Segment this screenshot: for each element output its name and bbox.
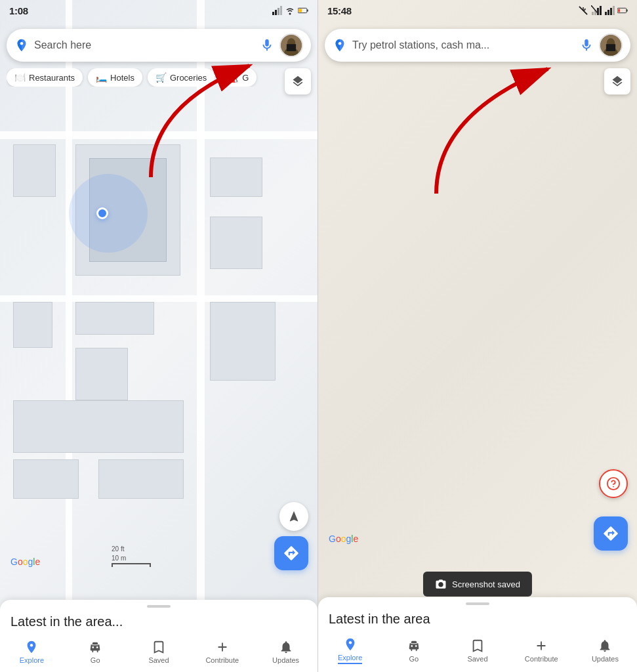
nav-updates-left[interactable]: Updates <box>254 640 318 664</box>
layer-button-left[interactable] <box>285 68 311 94</box>
screenshot-icon <box>435 578 447 590</box>
right-phone: 15:48 <box>318 0 637 672</box>
nav-explore-label-left: Explore <box>20 656 44 664</box>
directions-icon-left <box>283 545 300 562</box>
nav-go-right[interactable]: Go <box>382 639 445 663</box>
svg-rect-31 <box>606 44 615 51</box>
bottom-nav-right: Explore Go Saved Contribute <box>318 632 637 672</box>
cart-icon: 🛒 <box>155 72 167 83</box>
svg-rect-23 <box>613 6 615 15</box>
updates-icon-left <box>279 640 293 654</box>
svg-rect-17 <box>597 8 599 15</box>
pill-groceries[interactable]: 🛒 Groceries <box>148 68 215 87</box>
layers-icon-right <box>611 75 624 88</box>
svg-point-8 <box>20 42 24 45</box>
compass-icon-left <box>287 510 300 523</box>
google-logo-left: Google <box>10 556 40 567</box>
pill-restaurants-label: Restaurants <box>29 73 75 83</box>
toast-text: Screenshot saved <box>452 579 520 589</box>
avatar-left[interactable] <box>279 33 303 57</box>
svg-rect-22 <box>610 8 612 15</box>
bottom-nav-left: Explore Go Saved Contribute <box>0 635 318 672</box>
maps-pin-icon-left <box>14 38 29 52</box>
nav-contribute-label-right: Contribute <box>525 655 558 663</box>
google-logo-right: Google <box>329 534 358 544</box>
blue-nav-button-right[interactable] <box>594 516 628 551</box>
mic-icon-left[interactable] <box>260 38 274 52</box>
search-bar-left[interactable]: Search here <box>7 29 311 62</box>
nav-saved-label-right: Saved <box>467 655 487 663</box>
pill-hotels[interactable]: 🛏️ Hotels <box>88 68 142 87</box>
pill-restaurants[interactable]: 🍽️ Restaurants <box>7 68 83 87</box>
gas-icon: ⛽ <box>228 72 239 83</box>
nav-updates-right[interactable]: Updates <box>573 639 637 663</box>
scale-m: 10 m <box>112 555 126 562</box>
updates-icon-right <box>598 639 612 653</box>
contribute-icon-left <box>215 640 230 654</box>
explore-icon-right <box>343 637 358 652</box>
sheet-title-left: Latest in the area... <box>0 608 318 635</box>
bed-icon: 🛏️ <box>96 72 107 83</box>
battery-icon <box>298 5 308 16</box>
svg-rect-7 <box>298 9 302 12</box>
search-placeholder-right: Try petrol stations, cash ma... <box>352 39 574 51</box>
signal-icon <box>272 5 282 16</box>
left-phone: 1:08 <box>0 0 318 672</box>
bottom-sheet-left: Latest in the area... Explore Go Saved <box>0 600 318 672</box>
bottom-sheet-right: Latest in the area Explore Go Saved <box>318 597 637 672</box>
nav-contribute-left[interactable]: Contribute <box>190 640 254 664</box>
pill-groceries-label: Groceries <box>170 73 207 83</box>
nav-explore-right[interactable]: Explore <box>318 637 382 664</box>
status-bar-right: 15:48 <box>318 0 637 21</box>
scale-bar-left: 20 ft 10 m <box>112 545 151 567</box>
battery-icon-right <box>617 5 628 16</box>
question-icon-right <box>606 476 621 491</box>
time-right: 15:48 <box>327 5 352 16</box>
nav-explore-label-right: Explore <box>338 654 362 664</box>
no-signal-icon <box>591 5 602 16</box>
go-icon-right <box>407 639 421 653</box>
avatar-right[interactable] <box>599 33 623 57</box>
nav-explore-left[interactable]: Explore <box>0 640 64 664</box>
mute-icon <box>578 5 588 16</box>
layer-button-right[interactable] <box>604 68 630 94</box>
blue-nav-button-left[interactable] <box>274 536 308 570</box>
contribute-icon-right <box>534 639 548 653</box>
fork-knife-icon: 🍽️ <box>14 72 26 83</box>
nav-updates-label-left: Updates <box>272 656 299 664</box>
map-left[interactable] <box>0 0 318 672</box>
nav-saved-label-left: Saved <box>148 656 169 664</box>
saved-icon-right <box>470 639 485 653</box>
search-placeholder-left: Search here <box>34 39 255 51</box>
status-bar-left: 1:08 <box>0 0 318 21</box>
question-button-right[interactable] <box>599 469 628 498</box>
saved-icon-left <box>152 640 166 654</box>
pill-gas[interactable]: ⛽ G <box>220 68 257 87</box>
go-icon-left <box>88 640 102 654</box>
status-icons-left <box>272 5 308 16</box>
search-bar-right[interactable]: Try petrol stations, cash ma... <box>325 29 630 62</box>
layers-icon-left <box>291 75 304 88</box>
pill-gas-label: G <box>242 73 249 83</box>
nav-go-label-right: Go <box>409 655 419 663</box>
sheet-title-right: Latest in the area <box>318 605 637 632</box>
signal-icon-right <box>604 5 615 16</box>
scale-line-left: 20 ft 10 m <box>112 545 126 562</box>
location-dot <box>96 207 108 219</box>
svg-rect-26 <box>618 9 620 12</box>
nav-saved-left[interactable]: Saved <box>127 640 191 664</box>
nav-go-left[interactable]: Go <box>64 640 127 664</box>
mic-icon-right[interactable] <box>579 38 594 52</box>
nav-saved-right[interactable]: Saved <box>445 639 509 663</box>
screenshot-toast: Screenshot saved <box>423 572 532 597</box>
svg-point-33 <box>613 486 614 488</box>
location-halo <box>69 174 148 253</box>
nav-contribute-right[interactable]: Contribute <box>510 639 573 663</box>
wifi-icon <box>285 5 295 16</box>
scale-ruler-left <box>112 563 151 567</box>
svg-rect-21 <box>607 10 609 15</box>
svg-rect-25 <box>627 9 627 12</box>
svg-rect-6 <box>307 9 308 12</box>
explore-icon-left <box>24 640 39 654</box>
nav-arrow-button-left[interactable] <box>279 502 308 531</box>
